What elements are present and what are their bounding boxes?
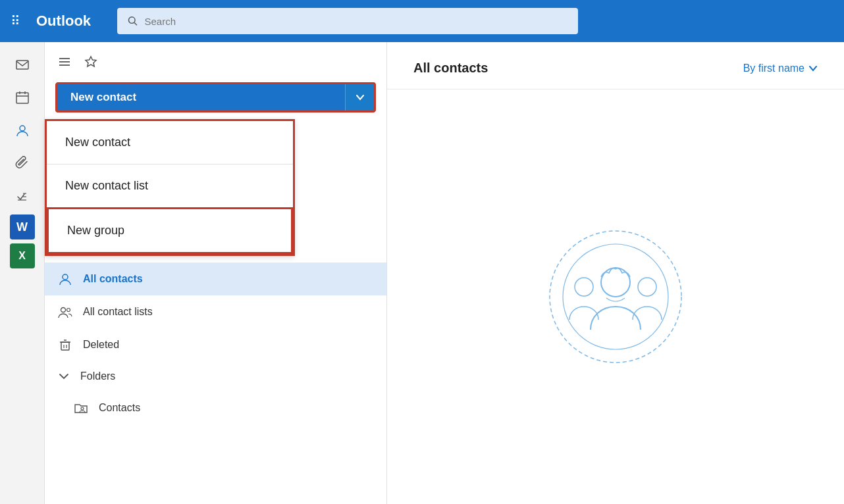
nav-tasks[interactable] (8, 182, 37, 211)
nav-item-contacts-folder[interactable]: Contacts (45, 391, 386, 424)
contacts-header: All contacts By first name (387, 42, 844, 89)
main-layout: W X New contac (0, 42, 844, 504)
svg-point-15 (63, 274, 68, 280)
sort-chevron-icon (808, 64, 818, 73)
nav-mail[interactable] (8, 50, 37, 79)
svg-rect-18 (61, 342, 69, 350)
folders-label: Folders (80, 370, 115, 382)
deleted-label: Deleted (83, 339, 119, 351)
svg-point-0 (129, 17, 136, 24)
trash-icon (58, 338, 72, 352)
favorites-button[interactable] (82, 53, 100, 74)
nav-excel[interactable]: X (10, 243, 35, 268)
svg-point-26 (575, 278, 593, 296)
dropdown-new-contact[interactable]: New contact (47, 121, 293, 164)
nav-item-folders[interactable]: Folders (45, 361, 386, 391)
new-contact-section: New contact New contact New contact list (45, 82, 386, 118)
people-icon (58, 305, 72, 319)
grid-icon[interactable]: ⠿ (11, 13, 20, 29)
all-contact-lists-label: All contact lists (83, 306, 153, 318)
nav-word[interactable]: W (10, 214, 35, 239)
icon-bar: W X (0, 42, 45, 504)
dropdown-new-contact-list[interactable]: New contact list (47, 164, 293, 207)
app-title: Outlook (36, 13, 91, 30)
chevron-down-icon (356, 93, 365, 102)
svg-point-17 (67, 309, 70, 312)
dropdown-new-group[interactable]: New group (47, 207, 293, 254)
svg-point-7 (20, 126, 25, 131)
svg-point-27 (638, 278, 656, 296)
main-content: All contacts By first name (387, 42, 844, 504)
all-contacts-label: All contacts (83, 273, 143, 285)
folder-person-icon (74, 401, 88, 415)
sidebar-top (45, 42, 386, 80)
sidebar-nav: All contacts All contact lists (45, 263, 386, 424)
new-contact-btn-group: New contact (55, 82, 376, 113)
chevron-down-folders-icon (58, 370, 70, 382)
topbar: ⠿ Outlook (0, 0, 844, 42)
search-icon (128, 16, 138, 26)
nav-item-all-contacts[interactable]: All contacts (45, 263, 386, 295)
svg-rect-3 (16, 93, 28, 103)
new-contact-button[interactable]: New contact (57, 84, 345, 111)
empty-contacts-illustration (543, 224, 688, 369)
svg-point-16 (61, 308, 66, 313)
svg-line-1 (134, 22, 137, 25)
nav-item-all-contact-lists[interactable]: All contact lists (45, 295, 386, 328)
hamburger-button[interactable] (55, 53, 74, 74)
nav-attachments[interactable] (8, 149, 37, 178)
dropdown-menu: New contact New contact list New group (45, 119, 295, 256)
svg-rect-2 (16, 61, 28, 69)
search-input[interactable] (145, 16, 568, 27)
new-contact-dropdown-toggle[interactable] (345, 84, 374, 111)
nav-contacts[interactable] (8, 116, 37, 145)
sidebar: New contact New contact New contact list (45, 42, 387, 504)
sort-button[interactable]: By first name (743, 63, 818, 74)
sort-label: By first name (743, 63, 804, 74)
contacts-folder-label: Contacts (99, 402, 140, 414)
person-icon (58, 272, 72, 286)
search-bar[interactable] (117, 8, 578, 34)
nav-calendar[interactable] (8, 83, 37, 112)
svg-point-23 (81, 407, 84, 410)
svg-marker-14 (86, 57, 96, 66)
contacts-page-title: All contacts (413, 61, 488, 76)
nav-item-deleted[interactable]: Deleted (45, 328, 386, 361)
contacts-empty-body (387, 89, 844, 504)
